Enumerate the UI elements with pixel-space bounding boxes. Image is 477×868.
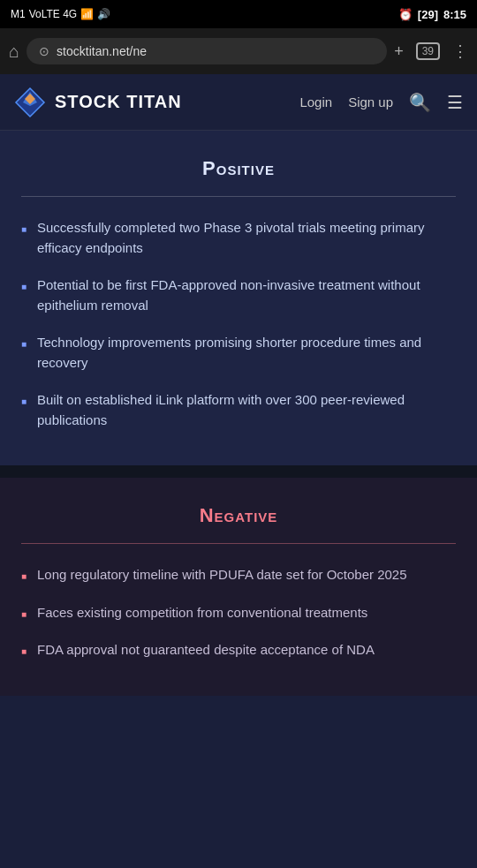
list-item: ■ FDA approval not guaranteed despite ac… [21, 640, 456, 660]
positive-item-4: Built on established iLink platform with… [37, 390, 456, 430]
positive-item-1: Successfully completed two Phase 3 pivot… [37, 218, 456, 258]
nav-actions: Login Sign up 🔍 ☰ [299, 92, 463, 113]
address-security-icon: ⊙ [39, 44, 49, 58]
positive-divider [21, 196, 456, 197]
negative-item-3: FDA approval not guaranteed despite acce… [37, 640, 375, 660]
battery-level: [29] [418, 8, 438, 21]
alarm-icon: ⏰ [398, 8, 413, 21]
negative-list: ■ Long regulatory timeline with PDUFA da… [21, 565, 456, 660]
wifi-icon: 🔊 [97, 8, 110, 20]
negative-title: Negative [21, 504, 456, 527]
logo-text: STOCK TITAN [55, 92, 182, 112]
more-options-icon[interactable]: ⋮ [452, 42, 468, 61]
bullet-icon: ■ [21, 570, 28, 583]
network-label: VoLTE 4G [29, 8, 77, 20]
logo-icon [14, 87, 46, 118]
positive-list: ■ Successfully completed two Phase 3 piv… [21, 218, 456, 430]
new-tab-icon[interactable]: + [394, 42, 404, 61]
address-text: stocktitan.net/ne [57, 44, 375, 58]
positive-title: Positive [21, 157, 456, 180]
list-item: ■ Faces existing competition from conven… [21, 603, 456, 623]
negative-item-1: Long regulatory timeline with PDUFA date… [37, 565, 407, 585]
negative-section: Negative ■ Long regulatory timeline with… [0, 478, 477, 696]
list-item: ■ Successfully completed two Phase 3 piv… [21, 218, 456, 258]
menu-icon[interactable]: ☰ [447, 92, 463, 113]
logo-container: STOCK TITAN [14, 87, 299, 118]
bullet-icon: ■ [21, 395, 28, 408]
nav-bar: STOCK TITAN Login Sign up 🔍 ☰ [0, 74, 477, 131]
main-content: Positive ■ Successfully completed two Ph… [0, 131, 477, 696]
home-icon[interactable]: ⌂ [9, 42, 19, 62]
browser-bar: ⌂ ⊙ stocktitan.net/ne + 39 ⋮ [0, 28, 477, 74]
section-gap [0, 465, 477, 478]
bullet-icon: ■ [21, 223, 28, 236]
positive-section: Positive ■ Successfully completed two Ph… [0, 131, 477, 465]
list-item: ■ Built on established iLink platform wi… [21, 390, 456, 430]
negative-item-2: Faces existing competition from conventi… [37, 603, 367, 623]
positive-item-2: Potential to be first FDA-approved non-i… [37, 275, 456, 315]
address-bar[interactable]: ⊙ stocktitan.net/ne [26, 38, 387, 64]
status-right: ⏰ [29] 8:15 [398, 8, 466, 21]
bullet-icon: ■ [21, 337, 28, 351]
carrier-label: M1 [11, 8, 26, 20]
search-icon[interactable]: 🔍 [409, 92, 431, 113]
positive-item-3: Technology improvements promising shorte… [37, 333, 456, 373]
status-bar: M1 VoLTE 4G 📶 🔊 ⏰ [29] 8:15 [0, 0, 477, 28]
signal-icon: 📶 [80, 8, 94, 20]
bullet-icon: ■ [21, 280, 28, 293]
bullet-icon: ■ [21, 645, 28, 658]
login-link[interactable]: Login [299, 94, 332, 109]
list-item: ■ Technology improvements promising shor… [21, 333, 456, 373]
list-item: ■ Potential to be first FDA-approved non… [21, 275, 456, 315]
list-item: ■ Long regulatory timeline with PDUFA da… [21, 565, 456, 585]
negative-divider [21, 543, 456, 544]
time-display: 8:15 [443, 8, 466, 21]
tab-count[interactable]: 39 [416, 42, 440, 60]
browser-actions: + 39 ⋮ [394, 42, 468, 61]
status-left: M1 VoLTE 4G 📶 🔊 [11, 8, 110, 20]
signup-link[interactable]: Sign up [348, 94, 393, 109]
bullet-icon: ■ [21, 608, 28, 621]
